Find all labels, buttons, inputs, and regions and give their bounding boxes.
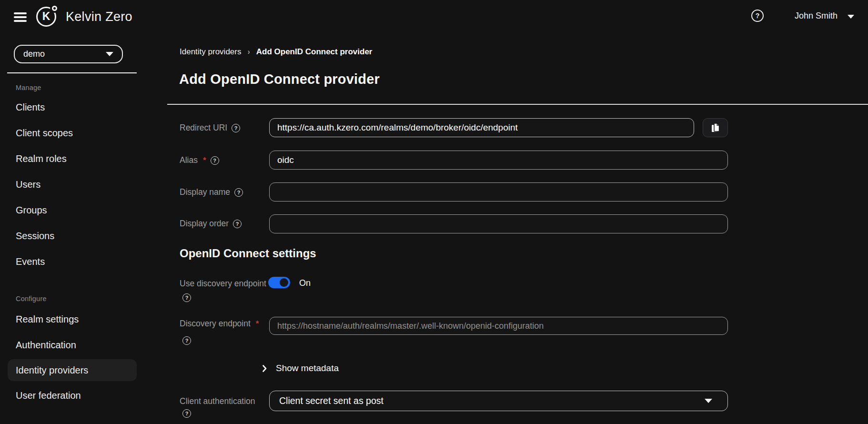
sidebar-section-manage: Manage — [16, 84, 41, 91]
title-divider — [167, 104, 868, 105]
alias-help-icon[interactable]: ? — [211, 156, 219, 165]
breadcrumb: Identity providers › Add OpenID Connect … — [180, 47, 372, 57]
copy-button[interactable] — [703, 118, 728, 137]
help-icon[interactable]: ? — [751, 10, 764, 22]
show-metadata-expander[interactable]: Show metadata — [262, 363, 339, 374]
use-discovery-toggle[interactable] — [268, 277, 290, 288]
breadcrumb-current: Add OpenID Connect provider — [256, 47, 373, 57]
toggle-knob — [280, 278, 288, 287]
logo-degree-mark — [52, 6, 57, 11]
client-authentication-label: Client authentication — [180, 396, 255, 406]
display-name-label: Display name ? — [180, 187, 243, 197]
page-title: Add OpenID Connect provider — [179, 71, 380, 87]
chevron-down-icon — [705, 399, 712, 403]
sidebar-item-identity-providers[interactable]: Identity providers — [8, 359, 137, 381]
toggle-state-label: On — [299, 278, 311, 288]
discovery-endpoint-help-icon[interactable]: ? — [182, 336, 191, 345]
app-window: K Kelvin Zero ? John Smith demo Manage C… — [0, 0, 868, 424]
sidebar-item-clients[interactable]: Clients — [8, 96, 137, 118]
sidebar-item-authentication[interactable]: Authentication — [8, 334, 137, 356]
client-authentication-value: Client secret sent as post — [279, 395, 384, 406]
use-discovery-endpoint-label: Use discovery endpoint — [180, 279, 266, 289]
client-authentication-help-icon[interactable]: ? — [182, 409, 191, 418]
sidebar-item-client-scopes[interactable]: Client scopes — [8, 122, 137, 144]
copy-icon — [711, 122, 720, 133]
breadcrumb-identity-providers[interactable]: Identity providers — [180, 47, 241, 57]
client-authentication-select[interactable]: Client secret sent as post — [269, 391, 728, 411]
breadcrumb-separator-icon: › — [247, 48, 250, 56]
chevron-down-icon — [106, 52, 113, 56]
display-name-input[interactable] — [269, 182, 728, 202]
openid-settings-heading: OpenID Connect settings — [180, 247, 316, 260]
use-discovery-help-icon[interactable]: ? — [182, 293, 191, 302]
display-order-help-icon[interactable]: ? — [233, 220, 242, 228]
display-order-input[interactable] — [269, 214, 728, 233]
required-marker: * — [202, 156, 206, 165]
display-order-label: Display order ? — [180, 219, 242, 229]
brand-title: Kelvin Zero — [66, 10, 132, 24]
realm-selector[interactable]: demo — [14, 45, 123, 63]
sidebar-item-realm-settings[interactable]: Realm settings — [8, 308, 137, 330]
chevron-right-icon — [262, 365, 267, 372]
hamburger-menu-icon[interactable] — [14, 12, 27, 22]
alias-label: Alias * ? — [180, 155, 219, 165]
required-marker: * — [255, 319, 259, 329]
discovery-endpoint-input[interactable] — [269, 317, 728, 335]
sidebar-item-sessions[interactable]: Sessions — [8, 225, 137, 247]
user-menu[interactable]: John Smith — [795, 11, 838, 21]
sidebar-item-user-federation[interactable]: User federation — [8, 384, 137, 406]
sidebar-item-users[interactable]: Users — [8, 173, 137, 195]
user-menu-caret-icon[interactable] — [848, 15, 854, 19]
redirect-uri-help-icon[interactable]: ? — [232, 124, 240, 132]
sidebar-section-configure: Configure — [16, 295, 47, 303]
discovery-endpoint-label: Discovery endpoint * — [180, 319, 259, 329]
sidebar-divider — [7, 72, 137, 73]
display-name-help-icon[interactable]: ? — [234, 188, 243, 197]
redirect-uri-label: Redirect URI ? — [180, 123, 240, 133]
sidebar-item-realm-roles[interactable]: Realm roles — [8, 148, 137, 170]
sidebar-item-events[interactable]: Events — [8, 251, 137, 273]
kelvin-zero-logo-icon: K — [36, 7, 56, 27]
realm-selector-value: demo — [23, 49, 45, 59]
sidebar-item-groups[interactable]: Groups — [8, 199, 137, 221]
alias-input[interactable] — [269, 151, 728, 170]
show-metadata-label: Show metadata — [276, 363, 339, 374]
redirect-uri-input[interactable] — [269, 118, 694, 137]
